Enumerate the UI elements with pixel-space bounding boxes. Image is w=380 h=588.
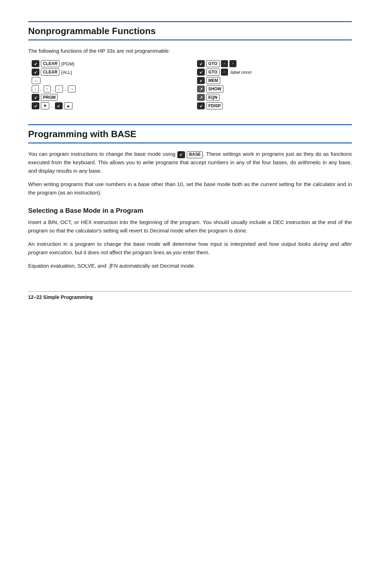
- left-arrow-key: ←: [55, 85, 63, 92]
- eqn-key: EQN: [206, 94, 220, 101]
- func-row: ←: [32, 76, 186, 85]
- base-mode-para-1: Insert a BIN, OCT, or HEX instruction in…: [28, 218, 352, 235]
- comma-sep: ,: [52, 87, 54, 92]
- comma-sep: ,: [51, 103, 53, 109]
- functions-left-col: ↙ CLEAR {PGM} ↙ CLEAR {ALL} ← ↓ , ↑ , ← …: [32, 59, 186, 110]
- base-mode-para-2: An instruction in a program to change th…: [28, 240, 352, 257]
- clear-all-key: CLEAR: [41, 69, 59, 76]
- mem-key: MEM: [206, 77, 220, 84]
- pgm-label: {PGM}: [61, 61, 74, 66]
- show-key: SHOW: [206, 85, 223, 92]
- base-mode-para-3: Equation evaluation, SOLVE, and ∫FN auto…: [28, 262, 352, 270]
- shift-left-key: ↙: [32, 94, 39, 101]
- func-row: ↙ GTO · ·: [197, 59, 352, 68]
- section-title-base: Programming with BASE: [28, 124, 352, 143]
- down-arrow-key: ↓: [32, 85, 39, 92]
- func-row: ↙ GTO · label nnnn: [197, 68, 352, 76]
- func-row: ↙ CLEAR {ALL}: [32, 68, 186, 76]
- shift-left-key: ↙: [197, 69, 205, 76]
- func-row: ↓ , ↑ , ← , →: [32, 85, 186, 93]
- shift-left-key: ↙: [197, 77, 205, 84]
- func-row: ↙ ▼ , ↙ ▲: [32, 102, 186, 110]
- functions-grid: ↙ CLEAR {PGM} ↙ CLEAR {ALL} ← ↓ , ↑ , ← …: [32, 59, 352, 110]
- shift-left-key: ↙: [177, 151, 185, 158]
- up-v-key: ▲: [64, 102, 72, 109]
- func-row: ↙ FDISP: [197, 102, 352, 110]
- shift-left-key: ↙: [32, 102, 39, 109]
- up-arrow-key: ↑: [44, 85, 51, 92]
- base-para-2: When writing programs that use numbers i…: [28, 180, 352, 197]
- prgm-key: PRGM: [41, 94, 58, 101]
- label-nnnn-text: label nnnn: [230, 70, 252, 75]
- section-title-nonprogrammable: Nonprogrammable Functions: [28, 21, 352, 40]
- shift-left-key: ↙: [197, 60, 205, 67]
- func-row: ↗ SHOW: [197, 85, 352, 93]
- intro-text: The following functions of the HP 33s ar…: [28, 47, 352, 55]
- base-para-1: You can program instructions to change t…: [28, 150, 352, 175]
- backspace-key: ←: [32, 77, 40, 84]
- shift-left-key: ↙: [32, 69, 39, 76]
- shift-left-key: ↙: [32, 60, 39, 67]
- dot-key: ·: [221, 69, 228, 76]
- footer: 12–22 Simple Programming: [28, 291, 352, 300]
- shift-left-key: ↙: [55, 102, 63, 109]
- nonprogrammable-section: Nonprogrammable Functions The following …: [28, 21, 352, 110]
- func-row: ↗ EQN: [197, 93, 352, 102]
- footer-text: 12–22 Simple Programming: [28, 294, 93, 300]
- right-arrow-key: →: [68, 85, 76, 92]
- programming-base-section: Programming with BASE You can program in…: [28, 124, 352, 270]
- gto-label-key: GTO: [206, 69, 220, 76]
- fdisp-key: FDISP: [206, 102, 223, 109]
- shift-left-key: ↙: [197, 102, 205, 109]
- func-row: ↙ CLEAR {PGM}: [32, 59, 186, 68]
- comma-sep: ,: [65, 87, 66, 92]
- down-v-key: ▼: [41, 102, 49, 109]
- clear-key: CLEAR: [41, 60, 59, 67]
- func-row: ↙ MEM: [197, 76, 352, 85]
- shift-right-key: ↗: [197, 94, 205, 101]
- gto-key: GTO: [206, 60, 220, 67]
- comma-sep: ,: [40, 87, 42, 92]
- functions-right-col: ↙ GTO · · ↙ GTO · label nnnn ↙ MEM ↗ SHO…: [197, 59, 352, 110]
- base-key: BASE: [187, 151, 203, 158]
- func-row: ↙ PRGM: [32, 93, 186, 102]
- dot-key: ·: [229, 60, 236, 67]
- subsection-title-base-mode: Selecting a Base Mode in a Program: [28, 207, 352, 215]
- all-label: {ALL}: [61, 70, 72, 75]
- shift-right-key: ↗: [197, 85, 205, 92]
- dot-key: ·: [221, 60, 228, 67]
